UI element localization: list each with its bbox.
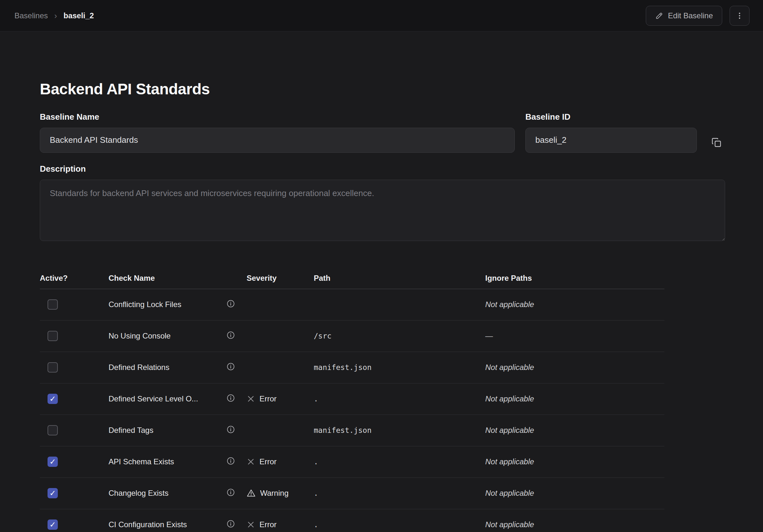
description-field: Description — [40, 164, 725, 242]
check-row: CI Configuration Exists Error . Not a — [40, 509, 664, 532]
copy-baseline-id-button[interactable] — [711, 137, 722, 148]
check-name: API Schema Exists — [109, 457, 215, 466]
active-checkbox[interactable] — [48, 519, 58, 530]
check-name: Defined Relations — [109, 363, 215, 372]
col-header-check-name: Check Name — [109, 274, 215, 283]
info-icon[interactable] — [226, 331, 235, 341]
breadcrumb-baselines-link[interactable]: Baselines — [14, 11, 48, 20]
info-icon[interactable] — [226, 488, 235, 499]
info-cell — [215, 362, 247, 373]
kebab-menu-button[interactable] — [730, 6, 749, 26]
active-checkbox[interactable] — [48, 425, 58, 435]
check-path: manifest.json — [314, 426, 485, 434]
severity-cell: Error — [247, 394, 314, 403]
check-row: API Schema Exists Error . Not applica — [40, 446, 664, 478]
col-header-ignore-paths: Ignore Paths — [485, 274, 664, 283]
breadcrumb-chevron-icon: › — [54, 12, 57, 20]
active-cell — [40, 331, 109, 341]
check-path: manifest.json — [314, 363, 485, 372]
info-icon[interactable] — [226, 299, 235, 310]
severity-cell: Error — [247, 520, 314, 529]
active-cell — [40, 488, 109, 498]
col-header-path: Path — [314, 274, 485, 283]
active-checkbox[interactable] — [48, 299, 58, 310]
check-row: Defined Relations manifest.json Not — [40, 352, 664, 384]
baseline-name-input[interactable] — [40, 128, 515, 153]
check-path: /src — [314, 332, 485, 340]
info-icon[interactable] — [226, 425, 235, 436]
checks-table-body: Conflicting Lock Files Not applicab — [40, 289, 664, 532]
baseline-name-field: Baseline Name — [40, 112, 515, 153]
severity-label: Error — [260, 394, 276, 403]
error-x-icon — [247, 458, 255, 466]
check-row: No Using Console /src — — [40, 320, 664, 352]
check-name: CI Configuration Exists — [109, 520, 215, 529]
error-x-icon — [247, 520, 255, 529]
baseline-id-input[interactable] — [525, 128, 697, 153]
page-title: Backend API Standards — [40, 81, 763, 98]
description-textarea[interactable] — [40, 180, 725, 241]
check-name: Defined Service Level O... — [109, 394, 215, 403]
baseline-id-field: Baseline ID — [525, 112, 697, 153]
info-cell — [215, 299, 247, 310]
ignore-paths: Not applicable — [485, 363, 664, 372]
severity-label: Error — [260, 457, 276, 466]
check-name: No Using Console — [109, 331, 215, 340]
col-header-active: Active? — [40, 274, 109, 283]
info-icon[interactable] — [226, 362, 235, 373]
info-cell — [215, 457, 247, 467]
active-cell — [40, 362, 109, 373]
description-label: Description — [40, 164, 725, 174]
ignore-paths: — — [485, 331, 664, 340]
info-icon[interactable] — [226, 519, 235, 530]
baseline-name-label: Baseline Name — [40, 112, 515, 122]
active-cell — [40, 425, 109, 435]
check-name: Defined Tags — [109, 426, 215, 435]
check-name: Changelog Exists — [109, 489, 215, 498]
col-header-severity: Severity — [247, 274, 314, 283]
active-cell — [40, 394, 109, 404]
active-cell — [40, 519, 109, 530]
info-cell — [215, 488, 247, 499]
check-path: . — [314, 458, 485, 466]
breadcrumb: Baselines › baseli_2 — [14, 11, 94, 20]
ignore-paths: Not applicable — [485, 489, 664, 498]
severity-cell: Warning — [247, 489, 314, 498]
check-path: . — [314, 395, 485, 403]
check-path: . — [314, 489, 485, 497]
breadcrumb-current: baseli_2 — [63, 11, 94, 20]
kebab-icon — [735, 11, 744, 20]
active-checkbox[interactable] — [48, 362, 58, 373]
severity-cell: Error — [247, 457, 314, 466]
severity-label: Warning — [260, 489, 288, 498]
active-checkbox[interactable] — [48, 457, 58, 467]
info-cell — [215, 519, 247, 530]
check-row: Defined Service Level O... Error . No — [40, 384, 664, 415]
severity-label: Error — [260, 520, 276, 529]
active-checkbox[interactable] — [48, 488, 58, 498]
edit-baseline-button[interactable]: Edit Baseline — [646, 6, 722, 26]
copy-icon — [711, 137, 722, 148]
checks-table-header: Active? Check Name Severity Path Ignore … — [40, 268, 664, 289]
active-cell — [40, 457, 109, 467]
active-checkbox[interactable] — [48, 394, 58, 404]
ignore-paths: Not applicable — [485, 520, 664, 529]
ignore-paths: Not applicable — [485, 426, 664, 435]
active-cell — [40, 299, 109, 310]
check-row: Defined Tags manifest.json Not appli — [40, 415, 664, 446]
ignore-paths: Not applicable — [485, 394, 664, 403]
check-name: Conflicting Lock Files — [109, 300, 215, 309]
check-path: . — [314, 520, 485, 529]
info-cell — [215, 425, 247, 436]
pencil-icon — [655, 12, 663, 20]
ignore-paths: Not applicable — [485, 457, 664, 466]
active-checkbox[interactable] — [48, 331, 58, 341]
topbar: Baselines › baseli_2 Edit Baseline — [0, 0, 763, 32]
check-row: Changelog Exists Warning . Not applic — [40, 478, 664, 509]
info-icon[interactable] — [226, 394, 235, 404]
info-cell — [215, 394, 247, 404]
info-icon[interactable] — [226, 457, 235, 467]
warning-triangle-icon — [247, 489, 256, 498]
baseline-id-label: Baseline ID — [525, 112, 697, 122]
checks-table: Active? Check Name Severity Path Ignore … — [40, 268, 664, 532]
